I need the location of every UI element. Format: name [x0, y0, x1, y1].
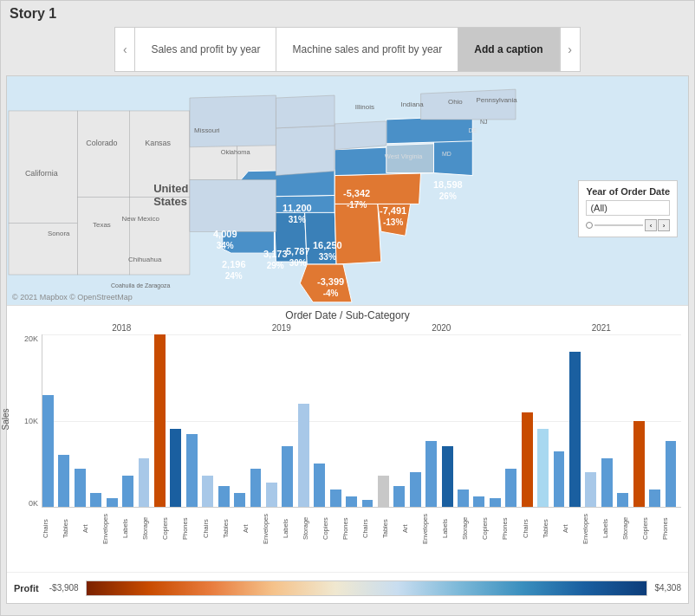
content-area: California Colorado Kansas Missouri New …	[6, 75, 689, 604]
bar-16[interactable]	[298, 404, 309, 507]
svg-text:Oklahoma: Oklahoma	[221, 148, 251, 156]
svg-text:Pennsylvania: Pennsylvania	[477, 96, 518, 104]
svg-rect-2	[78, 111, 130, 197]
bar-14[interactable]	[266, 483, 277, 507]
data-sc2: 5,787 30%	[286, 245, 310, 269]
bar-33[interactable]	[569, 352, 581, 507]
bar-9[interactable]	[186, 434, 198, 507]
data-sc1: 3,173 29%	[263, 248, 288, 271]
data-sc3: 16,250 33%	[313, 239, 342, 263]
bar-7[interactable]	[154, 334, 166, 507]
nav-bar: ‹ Sales and profit by year Machine sales…	[1, 25, 694, 75]
tab-add-caption[interactable]: Add a caption	[458, 27, 559, 72]
slider-dot[interactable]	[586, 222, 593, 229]
bar-12[interactable]	[234, 493, 245, 507]
bar-11[interactable]	[218, 486, 230, 507]
bar-22[interactable]	[393, 486, 405, 507]
svg-rect-1	[9, 111, 78, 223]
x-label-16: Chairs	[361, 508, 381, 549]
bar-31[interactable]	[537, 429, 549, 507]
year-2019: 2019	[202, 323, 362, 333]
x-label-21: Storage	[461, 508, 481, 549]
svg-text:Coahuila de Zaragoza: Coahuila de Zaragoza	[111, 282, 171, 289]
bar-21[interactable]	[378, 476, 389, 507]
x-label-25: Tables	[542, 508, 562, 549]
bar-24[interactable]	[425, 441, 437, 507]
chart-section: Order Date / Sub-Category 2018 2019 2020…	[7, 306, 688, 572]
bar-10[interactable]	[202, 476, 213, 507]
bar-29[interactable]	[505, 469, 516, 507]
filter-value[interactable]: (All)	[586, 200, 670, 216]
bar-2[interactable]	[75, 469, 86, 507]
svg-text:NJ: NJ	[480, 119, 488, 125]
x-label-14: Copiers	[322, 508, 341, 549]
x-label-4: Labels	[121, 508, 141, 549]
tab-sales-profit[interactable]: Sales and profit by year	[135, 27, 276, 72]
bar-37[interactable]	[633, 421, 645, 508]
bar-28[interactable]	[490, 498, 501, 507]
slider-arrows: ‹ ›	[645, 219, 670, 231]
year-labels: 2018 2019 2020 2021	[42, 323, 681, 333]
bar-4[interactable]	[107, 498, 118, 507]
svg-text:Chihuahua: Chihuahua	[128, 256, 162, 263]
bar-36[interactable]	[617, 493, 628, 507]
x-label-31: Phones	[661, 508, 681, 549]
bar-18[interactable]	[330, 490, 341, 507]
bar-1[interactable]	[58, 455, 69, 507]
next-arrow[interactable]: ›	[560, 27, 581, 72]
chart-title: Order Date / Sub-Category	[14, 309, 681, 321]
x-label-11: Envelopes	[262, 508, 282, 549]
data-nw: 4,009 34%	[213, 228, 237, 251]
bar-27[interactable]	[473, 496, 484, 507]
data-nc: 11,200 31%	[283, 202, 312, 225]
x-label-28: Labels	[601, 508, 621, 549]
slider-next[interactable]: ›	[658, 219, 670, 231]
y-label-text: Sales	[1, 409, 10, 431]
bar-20[interactable]	[362, 500, 373, 507]
bar-19[interactable]	[346, 496, 357, 507]
bar-38[interactable]	[649, 490, 660, 507]
map-section: California Colorado Kansas Missouri New …	[7, 76, 688, 306]
year-2021: 2021	[522, 323, 682, 333]
bar-5[interactable]	[122, 476, 133, 507]
bar-13[interactable]	[250, 469, 262, 507]
x-label-1: Tables	[62, 508, 81, 549]
bar-32[interactable]	[554, 451, 565, 507]
year-2020: 2020	[361, 323, 522, 333]
x-label-3: Envelopes	[101, 508, 121, 549]
bar-30[interactable]	[522, 412, 533, 507]
y-axis: Sales 20K 10K 0K	[14, 334, 42, 508]
tab-machine-sales[interactable]: Machine sales and profit by year	[276, 27, 458, 72]
y-tick-20k: 20K	[24, 334, 38, 343]
bar-15[interactable]	[282, 446, 293, 507]
bar-26[interactable]	[458, 490, 469, 507]
x-label-26: Art	[562, 508, 581, 549]
data-sw: 2,196 24%	[222, 258, 246, 282]
x-label-8: Chairs	[202, 508, 222, 549]
filter-box: Year of Order Date (All) ‹ ›	[578, 180, 678, 237]
x-label-13: Storage	[302, 508, 322, 549]
bar-6[interactable]	[139, 458, 150, 507]
chart-area: Sales 20K 10K 0K	[14, 334, 681, 508]
x-axis-labels: ChairsTablesArtEnvelopesLabelsStorageCop…	[42, 508, 681, 549]
x-label-7: Phones	[181, 508, 201, 549]
svg-text:Illinois: Illinois	[355, 103, 374, 111]
x-label-5: Storage	[141, 508, 161, 549]
slider-prev[interactable]: ‹	[645, 219, 657, 231]
bar-23[interactable]	[410, 472, 421, 507]
bar-0[interactable]	[42, 395, 54, 507]
bar-17[interactable]	[314, 464, 325, 507]
bar-34[interactable]	[585, 472, 596, 507]
svg-text:Kansas: Kansas	[145, 139, 171, 147]
bar-35[interactable]	[601, 458, 613, 507]
x-label-20: Labels	[441, 508, 461, 549]
prev-arrow[interactable]: ‹	[114, 27, 135, 72]
bar-3[interactable]	[90, 493, 101, 507]
x-label-19: Envelopes	[421, 508, 441, 549]
bar-8[interactable]	[170, 429, 181, 507]
bar-39[interactable]	[666, 441, 677, 507]
bar-25[interactable]	[442, 446, 453, 507]
filter-slider: ‹ ›	[586, 219, 670, 231]
x-label-12: Labels	[282, 508, 302, 549]
svg-text:DE: DE	[468, 127, 477, 133]
